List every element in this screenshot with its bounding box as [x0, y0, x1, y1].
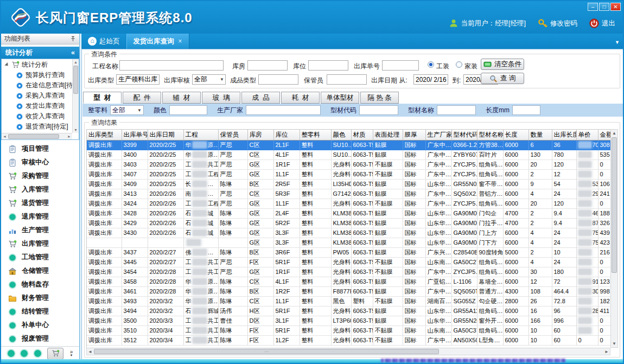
sidebar-item[interactable]: 采购管理: [1, 169, 79, 183]
color-input[interactable]: [169, 105, 207, 115]
pin-icon[interactable]: [70, 36, 76, 42]
scrollbar-thumb[interactable]: [612, 137, 617, 273]
keeper-input[interactable]: [327, 74, 367, 85]
table-row[interactable]: 调拨出库34542020/2/28工共工程严思G区1R1F整料光身料6063-T…: [87, 267, 610, 277]
sidebar-item[interactable]: 项目管理: [1, 142, 79, 156]
close-button[interactable]: ✕: [610, 3, 621, 11]
material-tab[interactable]: 型 材: [83, 92, 122, 104]
sidebar-item[interactable]: 审核中心: [1, 156, 79, 169]
tab-shipping-query[interactable]: 发货出库查询 ×: [126, 34, 189, 49]
tree-root[interactable]: 统计分析: [2, 59, 79, 70]
cart-module-button[interactable]: [47, 348, 63, 360]
column-header[interactable]: 生产厂家: [425, 130, 451, 140]
location-input[interactable]: [308, 60, 348, 71]
scroll-left-icon[interactable]: ◄: [3, 135, 7, 138]
module-dot-icon[interactable]: [21, 350, 28, 357]
column-header[interactable]: 膜厚: [403, 130, 425, 140]
close-tab-icon[interactable]: ×: [179, 37, 182, 45]
table-row[interactable]: 调拨出库34072020/2/25工工程严思G区1L1F整料光身料6063-T5…: [87, 169, 610, 179]
sidebar-item[interactable]: 出库管理: [1, 237, 79, 251]
column-header[interactable]: 型材代码: [451, 130, 477, 140]
table-row[interactable]: 调拨出库34092020/2/25长…陈琳B区2R5F整料LI35HD6063-…: [87, 179, 610, 189]
module-dot-icon[interactable]: [34, 350, 41, 357]
column-header[interactable]: 出库单号: [122, 130, 148, 140]
scroll-up-icon[interactable]: ▲: [611, 131, 617, 136]
table-row[interactable]: 调拨出库33992020/2/25华原…严思C区2L1F整料SU10…6063-…: [87, 140, 610, 150]
tree-horizontal-scrollbar[interactable]: ◄ ►: [2, 133, 72, 139]
table-vertical-scrollbar[interactable]: ▲ ▼: [610, 129, 618, 348]
tree-expander-icon[interactable]: [4, 62, 9, 67]
material-tab[interactable]: 成 品: [241, 92, 280, 104]
column-header[interactable]: 颜色: [331, 130, 351, 140]
minimize-button[interactable]: –: [588, 3, 598, 11]
column-header[interactable]: 库房: [247, 130, 273, 140]
table-row[interactable]: G区3L3F整料KLM38176063-T5贴膜国标山东华…GA90M09…门下…: [87, 238, 610, 247]
tree-item[interactable]: 退货查询[待定]: [2, 122, 79, 132]
material-tab[interactable]: 单体型材: [321, 92, 359, 104]
maker-input[interactable]: [246, 105, 321, 115]
material-tab[interactable]: 辅 材: [162, 92, 201, 104]
table-row[interactable]: 调拨出库35122020/3/4工共工程陈琳F区1L2F整料光身料6063-T5…: [87, 335, 610, 345]
column-header[interactable]: 出库长度: [552, 130, 576, 140]
scroll-down-icon[interactable]: ▼: [611, 341, 617, 346]
table-horizontal-scrollbar[interactable]: ◄ ⋯ ►: [86, 348, 610, 355]
material-tab[interactable]: 玻 璃: [202, 92, 240, 104]
table-row[interactable]: 调拨出库34452020/2/27工共工程严思F区5R1F整料光身料6063-T…: [87, 257, 610, 267]
table-row[interactable]: 调拨出库35102020/3/4工共工程陈琳F区5R1F整料光身料6063-T5…: [87, 325, 610, 335]
sidebar-item[interactable]: 入库管理: [1, 183, 79, 196]
scroll-left-icon[interactable]: ◄: [88, 349, 92, 354]
clear-conditions-button[interactable]: 清空条件: [481, 59, 524, 70]
tree-item[interactable]: 采购入库查询: [2, 91, 79, 101]
column-header[interactable]: 出库日期: [148, 130, 183, 140]
column-header[interactable]: 型材名称: [477, 130, 503, 140]
scroll-right-icon[interactable]: ►: [604, 349, 609, 354]
jiazhuang-radio[interactable]: [456, 61, 462, 68]
tree-item[interactable]: 收货入库查询: [2, 111, 79, 122]
sidebar-item[interactable]: 工地管理: [1, 251, 79, 264]
material-tab[interactable]: 耗 材: [281, 92, 320, 104]
column-header[interactable]: 金额: [598, 130, 610, 140]
code-input[interactable]: [359, 105, 398, 115]
scroll-up-icon[interactable]: ▲: [73, 60, 79, 64]
table-row[interactable]: 调拨出库34372020/2/27佛…陈琳B区3R6F整料PW056063-T5…: [87, 247, 610, 257]
table-row[interactable]: 调拨出库34582020/2/28华原…陈琳C区4L1F整料光身料6063-T5…: [87, 277, 610, 286]
name-input[interactable]: [437, 105, 476, 115]
table-row[interactable]: 调拨出库35002020/3/3工共工程曹佳D区3L1F整料LT3P606063…: [87, 316, 610, 325]
column-header[interactable]: 数量: [529, 130, 552, 140]
table-row[interactable]: 调拨出库34612020/2/28华原…陈琳B区1R2F整料F8877FT606…: [87, 286, 610, 296]
tree-item[interactable]: 预算执行查询: [2, 70, 79, 80]
table-row[interactable]: 调拨出库34282020/2/26石城陈琳G区2L4F整料KLM38176063…: [87, 208, 610, 218]
tree-vertical-scrollbar[interactable]: ▲ ▼: [72, 59, 79, 133]
sidebar-item[interactable]: 报废管理: [1, 332, 79, 345]
product-type-input[interactable]: [258, 74, 298, 85]
table-row[interactable]: 调拨出库34932020/3/2华原…陈琳C区1L1F整料黑色塑料不贴膜国标湖南…: [87, 296, 610, 306]
jiazhuang-radio-label[interactable]: 家装: [464, 62, 477, 71]
sidebar-item[interactable]: 仓储管理: [1, 264, 79, 278]
warehouse-input[interactable]: [247, 60, 288, 71]
scroll-down-icon[interactable]: ▼: [73, 128, 79, 132]
column-header[interactable]: 材质: [351, 130, 373, 140]
sidebar-item[interactable]: 财务管理: [1, 291, 79, 305]
table-row[interactable]: 调拨出库34292020/2/26石城陈琳G区5R2F整料KLM38176063…: [87, 218, 610, 228]
more-modules-button[interactable]: » ▼: [70, 350, 73, 357]
scrollbar-thumb[interactable]: [73, 66, 78, 94]
sidebar-item[interactable]: 退库管理: [1, 210, 79, 223]
tree-item[interactable]: 发货出库查询: [2, 101, 79, 111]
table-row[interactable]: 调拨出库34002020/2/25华原…严思C区4L1F整料SU10…6063-…: [87, 150, 610, 159]
table-row[interactable]: 调拨出库34242020/2/26工工程严思G区1L1F整料光身料6063-T5…: [87, 199, 610, 208]
column-header[interactable]: 保管员: [218, 130, 247, 140]
tree-item[interactable]: 在途信息查询[待: [2, 80, 79, 91]
scrollbar-thumb[interactable]: ⋯: [94, 349, 439, 354]
column-header[interactable]: 表面处理: [373, 130, 403, 140]
order-no-input[interactable]: [382, 60, 419, 71]
sidebar-item[interactable]: 生产管理: [1, 223, 79, 237]
sidebar-item[interactable]: 补单中心: [1, 318, 79, 332]
tab-list-dropdown-icon[interactable]: ▼: [615, 40, 620, 45]
table-row[interactable]: 调拨出库34132020/2/26南…严思C区5R3F整料G714226063-…: [87, 189, 610, 199]
column-header[interactable]: 出库类型: [87, 130, 122, 140]
sidebar-item[interactable]: 结转管理: [1, 305, 79, 318]
table-row[interactable]: 调拨出库34942020/3/2石辉城汤伟H区5R1F整料光身料6063-T5贴…: [87, 306, 610, 316]
column-header[interactable]: 整零料: [300, 130, 331, 140]
table-row[interactable]: 调拨出库34302020/2/26石城陈琳G区3L3F整料KLM38176063…: [87, 228, 610, 238]
scrollbar-thumb[interactable]: [8, 134, 59, 139]
